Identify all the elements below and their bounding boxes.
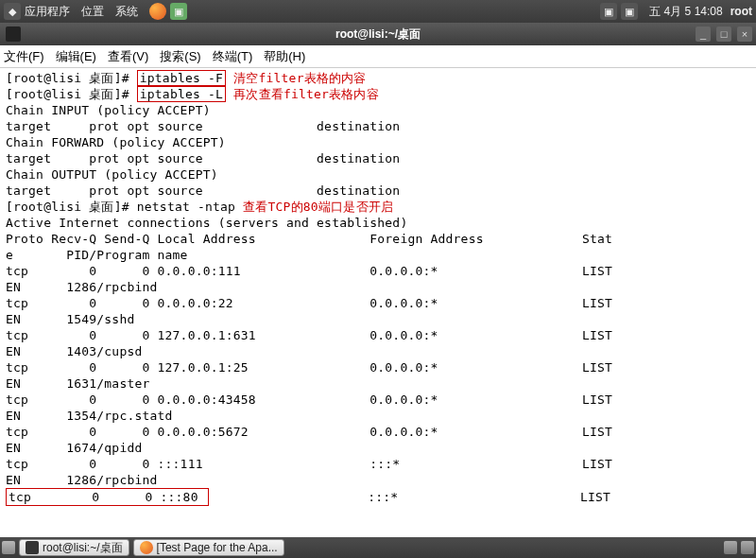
annotation-3: 查看TCP的80端口是否开启 bbox=[235, 200, 393, 214]
output-line: Chain OUTPUT (policy ACCEPT) bbox=[6, 166, 750, 183]
netstat-row: EN 1631/master bbox=[6, 375, 750, 392]
launcher-icon[interactable]: ▣ bbox=[170, 3, 187, 20]
cmd-iptables-l: iptables -L bbox=[137, 86, 226, 102]
terminal-menu-bar: 文件(F) 编辑(E) 查看(V) 搜索(S) 终端(T) 帮助(H) bbox=[0, 45, 756, 68]
close-button[interactable]: × bbox=[737, 26, 752, 42]
clock-text: 五 4月 5 14:08 bbox=[649, 4, 722, 20]
annotation-1: 清空filter表格的内容 bbox=[226, 71, 367, 85]
maximize-button[interactable]: □ bbox=[716, 26, 731, 42]
gnome-top-panel: ◆ 应用程序 位置 系统 ▣ ▣ ▣ 五 4月 5 14:08 root bbox=[0, 0, 756, 23]
output-line: Active Internet connections (servers and… bbox=[6, 215, 750, 231]
terminal-content[interactable]: [root@lisi 桌面]# iptables -F 清空filter表格的内… bbox=[0, 68, 756, 537]
menu-edit[interactable]: 编辑(E) bbox=[56, 48, 96, 65]
menu-system[interactable]: 系统 bbox=[115, 4, 138, 20]
netstat-row: tcp 0 0 0.0.0.0:43458 0.0.0.0:* LIST bbox=[6, 392, 750, 408]
netstat-row: tcp 0 0 127.0.0.1:631 0.0.0.0:* LIST bbox=[6, 327, 750, 343]
highlighted-port-80: tcp 0 0 :::80 bbox=[6, 488, 209, 506]
netstat-row: EN 1286/rpcbind bbox=[6, 279, 750, 295]
menu-applications[interactable]: 应用程序 bbox=[25, 4, 70, 20]
window-title: root@lisi:~/桌面 bbox=[0, 26, 756, 43]
menu-file[interactable]: 文件(F) bbox=[4, 48, 44, 65]
netstat-row: tcp 0 0 :::111 :::* LIST bbox=[6, 456, 750, 472]
menu-search[interactable]: 搜索(S) bbox=[160, 48, 200, 65]
netstat-row: EN 1674/qpidd bbox=[6, 440, 750, 456]
netstat-row: tcp 0 0 127.0.0.1:25 0.0.0.0:* LIST bbox=[6, 359, 750, 375]
menu-view[interactable]: 查看(V) bbox=[108, 48, 148, 65]
window-title-bar[interactable]: root@lisi:~/桌面 _ □ × bbox=[0, 23, 756, 45]
netstat-row: EN 1286/rpcbind bbox=[6, 472, 750, 488]
minimize-button[interactable]: _ bbox=[696, 26, 711, 42]
menu-help[interactable]: 帮助(H) bbox=[264, 48, 305, 65]
output-line: target prot opt source destination bbox=[6, 183, 750, 199]
output-line: e PID/Program name bbox=[6, 247, 750, 263]
tray-icon[interactable]: ▣ bbox=[600, 3, 617, 20]
netstat-row: EN 1549/sshd bbox=[6, 311, 750, 327]
taskbar-label: [Test Page for the Apa... bbox=[157, 541, 278, 554]
prompt: [root@lisi 桌面]# bbox=[6, 71, 137, 85]
firefox-icon[interactable] bbox=[149, 3, 166, 20]
workspace-switcher-icon[interactable] bbox=[741, 541, 754, 554]
output-line: Proto Recv-Q Send-Q Local Address Foreig… bbox=[6, 231, 750, 247]
netstat-row: EN 1403/cupsd bbox=[6, 343, 750, 359]
tray-icon-2[interactable]: ▣ bbox=[621, 3, 638, 20]
output-line: Chain FORWARD (policy ACCEPT) bbox=[6, 134, 750, 150]
netstat-row: tcp 0 0 0.0.0.0:5672 0.0.0.0:* LIST bbox=[6, 424, 750, 440]
user-label[interactable]: root bbox=[730, 5, 752, 18]
menu-terminal[interactable]: 终端(T) bbox=[213, 48, 253, 65]
prompt: [root@lisi 桌面]# bbox=[6, 200, 137, 214]
taskbar-label: root@lisi:~/桌面 bbox=[43, 540, 123, 556]
cmd-netstat: netstat -ntap bbox=[137, 200, 235, 214]
show-desktop-icon[interactable] bbox=[2, 541, 15, 554]
taskbar-item-terminal[interactable]: root@lisi:~/桌面 bbox=[19, 539, 129, 556]
apps-icon[interactable]: ◆ bbox=[4, 3, 21, 20]
cmd-iptables-f: iptables -F bbox=[137, 70, 226, 86]
annotation-2: 再次查看filter表格内容 bbox=[226, 87, 379, 101]
output-line: target prot opt source destination bbox=[6, 118, 750, 134]
tray-icon[interactable] bbox=[724, 541, 737, 554]
output-line: Chain INPUT (policy ACCEPT) bbox=[6, 102, 750, 118]
gnome-bottom-panel: root@lisi:~/桌面 [Test Page for the Apa... bbox=[0, 537, 756, 558]
taskbar-item-firefox[interactable]: [Test Page for the Apa... bbox=[133, 539, 284, 556]
prompt: [root@lisi 桌面]# bbox=[6, 87, 137, 101]
netstat-row: tcp 0 0 0.0.0.0:111 0.0.0.0:* LIST bbox=[6, 263, 750, 279]
output-line: target prot opt source destination bbox=[6, 150, 750, 166]
netstat-row-tail: :::* LIST bbox=[209, 490, 610, 504]
menu-places[interactable]: 位置 bbox=[81, 4, 104, 20]
netstat-row: tcp 0 0 0.0.0.0:22 0.0.0.0:* LIST bbox=[6, 295, 750, 311]
terminal-icon bbox=[26, 541, 39, 554]
firefox-icon bbox=[140, 541, 153, 554]
netstat-row: EN 1354/rpc.statd bbox=[6, 408, 750, 424]
